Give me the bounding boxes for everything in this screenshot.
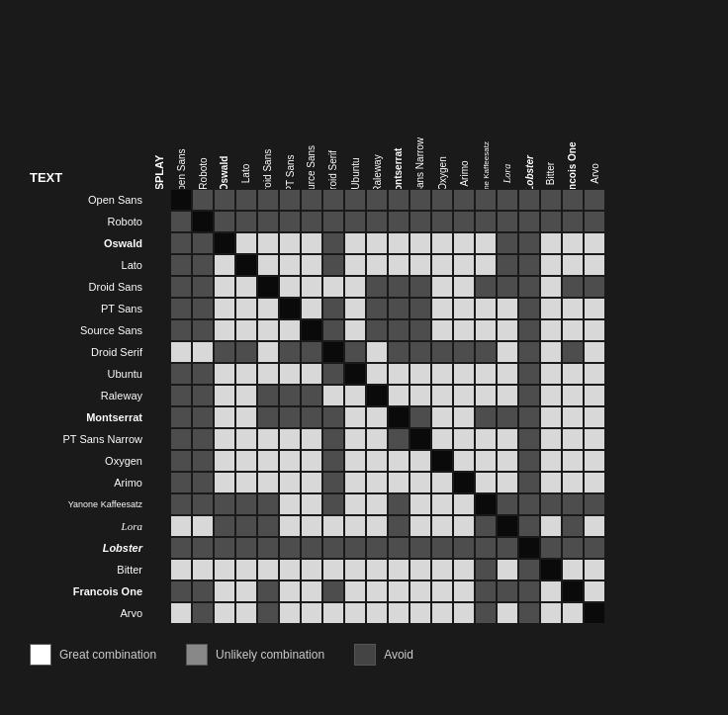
grid-cell [301,428,322,450]
grid-cell [431,450,453,472]
grid-cell [540,276,562,298]
grid-cell [366,341,388,363]
col-header-yanone-kaffeesatz: Yanone Kaffeesatz [475,50,497,189]
grid-cell [192,211,214,232]
grid-cell [322,232,344,254]
grid-cell [388,211,410,232]
grid-cell [497,189,518,211]
grid-cell [322,385,344,406]
grid-cell [540,254,562,276]
col-header-text: Droid Serif [328,149,339,188]
grid-cell [431,298,453,319]
grid-cell [214,493,235,515]
grid-cell [279,537,301,559]
grid-cell [475,189,497,211]
grid-cell [497,319,518,341]
grid-cell [322,515,344,537]
grid-cell [279,406,301,428]
grid-cell [366,493,388,515]
grid-cell [322,254,344,276]
grid-cell [497,406,518,428]
grid-cell [388,472,410,493]
grid-cell [562,254,584,276]
grid-cell [322,211,344,232]
grid-cell [584,581,605,602]
grid-cell [235,189,257,211]
grid-cell [388,493,410,515]
grid-cell [235,298,257,319]
grid-cell [214,602,235,624]
grid-cell [388,602,410,624]
grid-cell [214,319,235,341]
grid-cell [431,319,453,341]
grid-cell [453,559,475,581]
col-headers: DISPLAYOpen SansRobotoOswaldLatoDroid Sa… [148,50,605,189]
grid-cell [301,319,322,341]
grid-cell [214,385,235,406]
grid-cell [235,493,257,515]
grid-cell [562,472,584,493]
grid-cell [257,385,279,406]
grid-cell [235,428,257,450]
grid-row [148,406,605,428]
grid-cell [366,189,388,211]
grid-cell [497,298,518,319]
grid-cell [344,189,366,211]
col-header-droid-sans: Droid Sans [257,50,279,189]
grid-cell [257,211,279,232]
top-section: TEXT Open SansRobotoOswaldLatoDroid Sans… [30,50,605,624]
legend-great: Great combination [30,644,156,666]
grid-cell [497,428,518,450]
grid-cell [562,406,584,428]
grid-cell [192,559,214,581]
grid-cell [366,298,388,319]
legend-unlikely-label: Unlikely combination [216,648,324,662]
row-label-lora: Lora [30,515,148,537]
grid-cell [475,363,497,385]
grid-cell [410,232,431,254]
col-header-roboto: Roboto [192,50,214,189]
grid-cell [453,515,475,537]
grid-cell [518,406,540,428]
row-label-yanone-kaffeesatz: Yanone Kaffeesatz [30,493,148,515]
col-header-montserrat: Montserrat [388,50,410,189]
grid-cell [235,559,257,581]
grid-cell [257,537,279,559]
grid-cell [475,276,497,298]
col-header-text: Lato [241,163,252,182]
grid-cell [475,254,497,276]
col-header-text: Lobster [524,155,535,189]
grid-cell [497,276,518,298]
grid-cell [453,406,475,428]
grid-cell [279,319,301,341]
grid-cell [214,211,235,232]
grid-cell [257,581,279,602]
grid-cell [192,537,214,559]
grid-cell [410,493,431,515]
grid-cell [366,385,388,406]
grid-row [148,472,605,493]
grid-cell [235,319,257,341]
grid-cell [453,602,475,624]
grid-cell [410,385,431,406]
grid-cell [540,211,562,232]
grid-cell [192,232,214,254]
grid-cell [366,363,388,385]
grid-cell [344,493,366,515]
grid-cell [431,559,453,581]
grid-cell [584,189,605,211]
display-axis-label: DISPLAY [153,154,165,188]
grid-cell [366,537,388,559]
grid-cell [214,189,235,211]
grid-cell [235,472,257,493]
grid-cell [410,211,431,232]
grid-cell [497,581,518,602]
grid-cell [453,254,475,276]
col-header-oxygen: Oxygen [431,50,453,189]
grid-cell [257,559,279,581]
grid-cell [562,211,584,232]
grid-cell [453,319,475,341]
grid-row [148,298,605,319]
grid-cell [214,341,235,363]
grid-cell [584,602,605,624]
